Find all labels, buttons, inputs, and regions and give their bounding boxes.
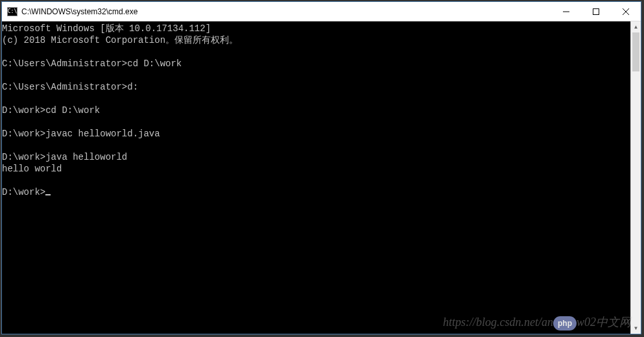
minimize-button[interactable] (551, 2, 581, 21)
cmd-window: C:\ C:\WINDOWS\system32\cmd.exe Microsof… (1, 1, 641, 334)
scrollbar-track[interactable] (631, 32, 641, 323)
maximize-button[interactable] (581, 2, 611, 21)
vertical-scrollbar[interactable]: ▲ ▼ (630, 21, 641, 334)
cmd-icon: C:\ (7, 7, 18, 16)
terminal-output[interactable]: Microsoft Windows [版本 10.0.17134.112] (c… (2, 21, 630, 334)
console-area: Microsoft Windows [版本 10.0.17134.112] (c… (2, 21, 641, 334)
window-controls (551, 2, 641, 21)
window-title: C:\WINDOWS\system32\cmd.exe (21, 7, 551, 16)
svg-rect-1 (593, 8, 599, 14)
titlebar[interactable]: C:\ C:\WINDOWS\system32\cmd.exe (2, 2, 641, 21)
scroll-down-button[interactable]: ▼ (631, 323, 641, 334)
close-button[interactable] (611, 2, 641, 21)
scroll-up-button[interactable]: ▲ (631, 21, 641, 32)
scrollbar-thumb[interactable] (632, 32, 639, 71)
cursor (45, 194, 51, 195)
